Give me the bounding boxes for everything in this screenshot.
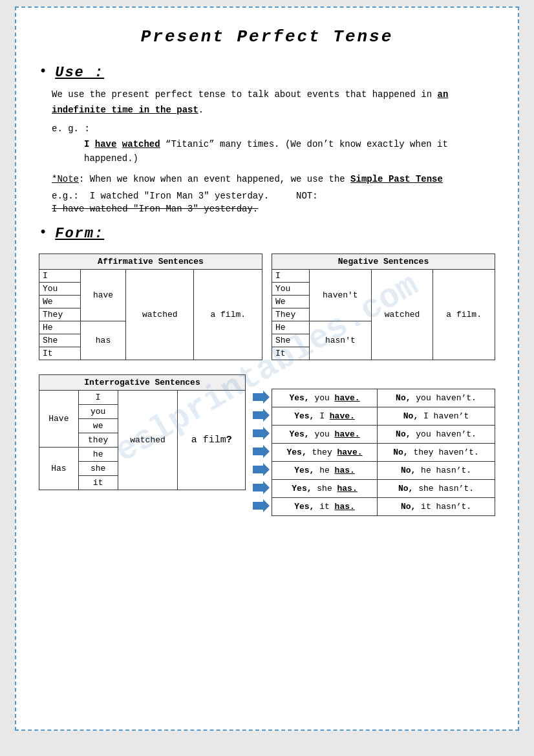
interrog-subj-I: I <box>78 391 118 405</box>
svg-marker-1 <box>253 409 270 422</box>
interrog-subj-you: you <box>78 405 118 419</box>
aff-subj-it: It <box>39 347 81 360</box>
aff-subj-he: He <box>39 321 81 334</box>
answer-yes-6: Yes, it has. <box>272 498 378 516</box>
interrog-have: Have <box>39 391 79 448</box>
answer-yes-2: Yes, you have. <box>272 426 378 444</box>
arrow-icon <box>251 407 272 426</box>
svg-marker-0 <box>253 391 270 404</box>
neg-obj: a film. <box>433 270 495 360</box>
aff-aux-has: has <box>80 321 125 360</box>
affirmative-table: Affirmative Sentences I have watched a f… <box>39 254 262 360</box>
page-title: Present Perfect Tense <box>39 27 495 47</box>
eg2-strike: I have watched "Iron Man 3" yesterday. <box>52 204 258 214</box>
eg-label: e. g. : <box>52 124 495 134</box>
interrog-subj-she: she <box>78 462 118 476</box>
answer-no-2: No, you haven’t. <box>378 426 495 444</box>
svg-marker-5 <box>253 481 270 494</box>
aff-obj: a film. <box>194 270 262 360</box>
example1-have: have <box>95 139 122 149</box>
interrog-subj-they: they <box>78 433 118 448</box>
answer-no-0: No, you haven’t. <box>378 389 495 407</box>
arrow-icon <box>251 444 272 462</box>
interrogative-table: Interrogative Sentences Have I watched a… <box>39 374 246 490</box>
answer-yes-1: Yes, I have. <box>272 407 378 426</box>
answer-no-1: No, I haven’t <box>378 407 495 426</box>
example1-watched: watched <box>122 139 166 149</box>
aff-verb: watched <box>126 270 194 360</box>
interrog-subj-it: it <box>78 476 118 490</box>
interrog-has: Has <box>39 448 79 490</box>
answer-no-4: No, he hasn’t. <box>378 462 495 480</box>
intro-end: . <box>198 105 204 115</box>
neg-subj-I: I <box>272 270 310 283</box>
bullet-use: • <box>39 63 47 80</box>
interrog-subj-we: we <box>78 419 118 433</box>
arrow-icon <box>251 426 272 444</box>
neg-subj-it: It <box>272 347 310 360</box>
note-bold: Simple Past Tense <box>350 174 443 184</box>
affirmative-table-wrap: Affirmative Sentences I have watched a f… <box>39 254 262 360</box>
answer-no-3: No, they haven’t. <box>378 444 495 462</box>
neg-subj-we: We <box>272 296 310 308</box>
aff-aux-have: have <box>80 270 125 321</box>
neg-subj-they: They <box>272 308 310 321</box>
interrogative-heading: Interrogative Sentences <box>39 375 246 391</box>
example1-i: I <box>84 139 95 149</box>
bullet-form: • <box>39 224 47 241</box>
negative-table: Negative Sentences I haven't watched a f… <box>272 254 495 360</box>
aff-subj-I: I <box>39 270 81 283</box>
arrow-icon <box>251 462 272 480</box>
affirmative-negative-row: Affirmative Sentences I have watched a f… <box>39 254 495 360</box>
neg-verb: watched <box>371 270 433 360</box>
note: *Note: When we know when an event happen… <box>52 172 495 188</box>
form-heading: Form: <box>55 226 104 242</box>
interrogative-section: Interrogative Sentences Have I watched a… <box>39 374 495 516</box>
aff-subj-they: They <box>39 308 81 321</box>
answers-area: Yes, you have.No, you haven’t.Yes, I hav… <box>251 374 495 516</box>
note-colon: : When we know when an event happened, w… <box>79 174 350 184</box>
interrogative-table-wrap: Interrogative Sentences Have I watched a… <box>39 374 246 490</box>
answer-yes-0: Yes, you have. <box>272 389 378 407</box>
svg-marker-2 <box>253 427 270 440</box>
neg-subj-he: He <box>272 321 310 334</box>
answer-yes-4: Yes, he has. <box>272 462 378 480</box>
arrow-icon <box>251 389 272 407</box>
arrow-icon <box>251 480 272 498</box>
neg-aux-hasnt: hasn't <box>310 321 372 360</box>
svg-marker-3 <box>253 445 270 458</box>
neg-subj-you: You <box>272 283 310 296</box>
affirmative-heading: Affirmative Sentences <box>39 254 262 270</box>
page: eslprintables.com Present Perfect Tense … <box>15 6 519 731</box>
interrog-verb: watched <box>118 391 178 490</box>
answer-yes-3: Yes, they have. <box>272 444 378 462</box>
aff-subj-we: We <box>39 296 81 308</box>
eg2-label: e.g.: I watched "Iron Man 3" yesterday. … <box>52 191 318 201</box>
answer-no-5: No, she hasn’t. <box>378 480 495 498</box>
arrow-icon <box>251 498 272 516</box>
example1: I have watched “Titanic” many times. (We… <box>84 137 495 166</box>
form-section: • Form: <box>39 226 495 242</box>
svg-marker-6 <box>253 499 270 512</box>
intro-text: We use the present perfect tense to talk… <box>52 89 432 100</box>
svg-marker-4 <box>253 463 270 476</box>
answers-table: Yes, you have.No, you haven’t.Yes, I hav… <box>251 389 495 516</box>
aff-subj-you: You <box>39 283 81 296</box>
answer-yes-5: Yes, she has. <box>272 480 378 498</box>
intro-paragraph: We use the present perfect tense to talk… <box>52 87 495 118</box>
interrog-subj-he: he <box>78 448 118 462</box>
aff-subj-she: She <box>39 334 81 347</box>
eg2-line: e.g.: I watched "Iron Man 3" yesterday. … <box>52 191 495 214</box>
neg-subj-she: She <box>272 334 310 347</box>
use-heading: Use : <box>55 65 104 81</box>
neg-aux-havent: haven't <box>310 270 372 321</box>
answer-no-6: No, it hasn’t. <box>378 498 495 516</box>
negative-heading: Negative Sentences <box>272 254 495 270</box>
note-label: *Note <box>52 174 79 184</box>
use-section: • Use : <box>39 65 495 81</box>
negative-table-wrap: Negative Sentences I haven't watched a f… <box>272 254 495 360</box>
interrog-obj: a film? <box>178 391 246 490</box>
